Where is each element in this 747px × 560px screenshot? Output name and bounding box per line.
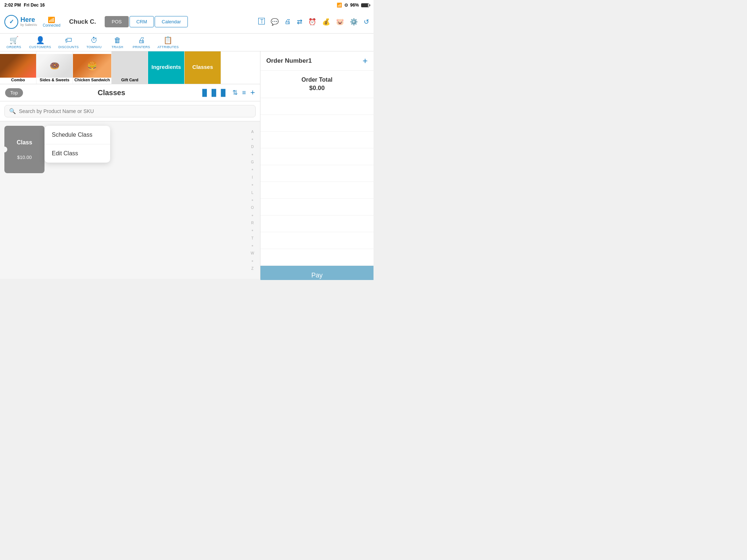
logo-checkmark: ✓ [9,18,14,25]
piggy-icon[interactable]: 🐷 [336,18,344,26]
alpha-dot-8 [252,245,253,246]
discounts-icon: 🏷 [65,36,72,44]
battery-percent: 96% [350,3,359,8]
customers-icon: 👤 [36,36,45,44]
order-line [260,98,374,115]
search-icon: 🔍 [9,108,16,114]
battery-icon [361,3,369,7]
alpha-index: A D G I L O R T W Z [249,126,256,275]
status-bar: 2:02 PM Fri Dec 16 📶 ⊙ 96% [0,0,374,10]
order-line [260,215,374,232]
refresh-icon[interactable]: ↺ [364,18,369,26]
alpha-l[interactable]: L [251,191,253,195]
connection-status: 📶 Connected [43,16,60,27]
header: ✓ Here by SalesVu 📶 Connected Chuck C. P… [0,10,374,34]
category-sides[interactable]: 🍩 Sides & Sweets [36,51,73,84]
alpha-dot-4 [252,184,253,186]
context-menu: Schedule Class Edit Class [44,126,110,163]
t-settings-icon[interactable]: 🅃 [258,18,265,26]
wifi-icon: 📶 [48,16,55,23]
sort-icon[interactable]: ⇅ [232,89,238,97]
tab-pos[interactable]: POS [105,16,128,27]
search-input[interactable] [19,108,251,114]
search-bar: 🔍 [0,101,260,121]
alpha-d[interactable]: D [251,145,253,149]
alpha-r[interactable]: R [251,221,253,225]
category-ingredients[interactable]: Ingredients [148,51,185,84]
order-total-label: Order Total [266,77,368,83]
tab-crm[interactable]: CRM [129,16,154,27]
order-number-title: Order Number1 [266,57,312,65]
time-display: 2:02 PM [4,3,21,8]
alpha-dot-6 [252,215,253,216]
order-line [260,199,374,215]
list-icon[interactable]: ≡ [242,89,246,97]
messages-icon[interactable]: 💬 [271,18,279,26]
toolbar-orders[interactable]: 🛒 ORDERS [6,36,22,49]
alarm-icon[interactable]: ⏰ [308,18,316,26]
toolbar-trash[interactable]: 🗑 TRASH [109,36,125,49]
trash-icon: 🗑 [114,36,121,44]
add-product-icon[interactable]: + [250,88,255,97]
settings-icon[interactable]: ⚙️ [350,18,358,26]
class-card[interactable]: Class $10.00 [4,126,44,173]
tab-calendar[interactable]: Calendar [155,16,188,27]
classes-header: Top Classes ▐▌▐▌▐▌ ⇅ ≡ + [0,84,260,101]
arrows-icon[interactable]: ⇄ [297,18,302,26]
toolbar-discounts[interactable]: 🏷 DISCOUNTS [58,36,79,49]
alpha-o[interactable]: O [251,206,254,210]
wallet-icon[interactable]: 💰 [322,18,330,26]
alpha-dot-1 [252,139,253,140]
alpha-dot-3 [252,169,253,170]
classes-title: Classes [98,89,125,97]
alpha-z[interactable]: Z [251,267,253,271]
barcode-icon[interactable]: ▐▌▐▌▐▌ [200,89,228,97]
order-line [260,148,374,165]
edit-class-item[interactable]: Edit Class [44,144,110,163]
date-display: Fri Dec 16 [24,3,44,8]
toolbar-attributes[interactable]: 📋 ATTRIBUTES [158,36,179,49]
printers-icon: 🖨 [138,36,145,44]
top-button[interactable]: Top [5,88,23,97]
alpha-i[interactable]: I [252,175,253,179]
category-giftcard[interactable]: Gift Card [112,51,148,84]
toolbar-townvu[interactable]: ⏱ TOWNVU [86,36,102,49]
alpha-w[interactable]: W [251,251,254,255]
logo-text: Here by SalesVu [20,16,37,27]
alpha-dot-2 [252,154,253,155]
alpha-a[interactable]: A [251,130,254,134]
order-lines [260,98,374,266]
category-chicken[interactable]: 🍔 Chicken Sandwich [73,51,112,84]
product-grid: Class $10.00 Schedule Class Edit Class [4,126,249,275]
product-area: Class $10.00 Schedule Class Edit Class A… [0,121,260,279]
category-classes[interactable]: Classes [185,51,221,84]
order-line [260,232,374,249]
order-line [260,249,374,266]
schedule-class-item[interactable]: Schedule Class [44,126,110,144]
order-line [260,165,374,182]
pay-button[interactable]: Pay [260,266,374,280]
header-icons: 🅃 💬 🖨 ⇄ ⏰ 💰 🐷 ⚙️ ↺ [258,18,369,26]
alpha-t[interactable]: T [251,236,253,240]
classes-tools: ▐▌▐▌▐▌ ⇅ ≡ + [200,88,255,97]
search-input-wrap[interactable]: 🔍 [4,105,256,117]
category-combo[interactable]: Combo [0,51,36,84]
order-line [260,182,374,199]
print-icon[interactable]: 🖨 [285,18,291,26]
toolbar-printers[interactable]: 🖨 PRINTERS [133,36,150,49]
alpha-g[interactable]: G [251,160,254,164]
order-line [260,115,374,132]
attributes-icon: 📋 [163,36,173,44]
nav-tabs: POS CRM Calendar [105,16,188,27]
left-panel: Combo 🍩 Sides & Sweets 🍔 Chicken Sandwic… [0,51,260,279]
toolbar-customers[interactable]: 👤 CUSTOMERS [29,36,51,49]
order-line [260,132,374,148]
alpha-dot-7 [252,230,253,231]
toolbar: 🛒 ORDERS 👤 CUSTOMERS 🏷 DISCOUNTS ⏱ TOWNV… [0,34,374,51]
main-area: Combo 🍩 Sides & Sweets 🍔 Chicken Sandwic… [0,51,374,279]
alpha-dot-5 [252,199,253,201]
new-order-button[interactable]: + [363,56,368,66]
user-name: Chuck C. [69,18,96,26]
orders-icon: 🛒 [9,36,19,44]
order-total-amount: $0.00 [266,85,368,92]
